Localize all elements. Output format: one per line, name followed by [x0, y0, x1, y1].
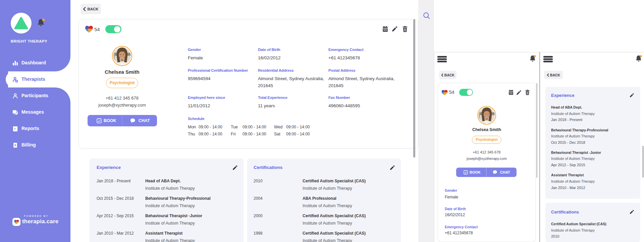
svg-text:$: $ [14, 143, 16, 147]
